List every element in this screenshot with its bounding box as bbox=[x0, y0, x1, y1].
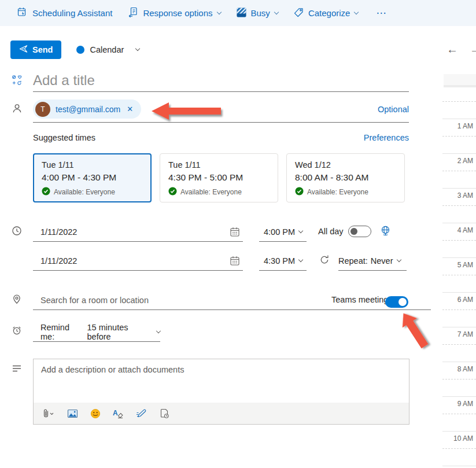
date-picker-icon[interactable] bbox=[230, 256, 240, 268]
description-icon bbox=[12, 363, 22, 376]
event-charm-picker-icon[interactable] bbox=[12, 75, 22, 87]
scheduling-assistant-label: Scheduling Assistant bbox=[32, 8, 112, 18]
attendee-avatar: T bbox=[35, 102, 50, 117]
available-check-icon bbox=[168, 187, 177, 197]
busy-status-icon bbox=[237, 8, 246, 19]
dayview-header bbox=[444, 74, 476, 85]
preferences-link[interactable]: Preferences bbox=[364, 133, 409, 142]
teams-meeting-label: Teams meeting bbox=[331, 295, 388, 304]
categorize-icon bbox=[294, 8, 304, 19]
hour-label: 6 AM bbox=[442, 293, 476, 304]
half-hour-gridline bbox=[442, 101, 476, 102]
title-input[interactable] bbox=[33, 69, 409, 91]
send-icon bbox=[19, 45, 28, 55]
chevron-down-icon bbox=[354, 9, 359, 14]
editor-toolbar: A bbox=[34, 403, 409, 424]
optional-attendees-link[interactable]: Optional bbox=[378, 105, 409, 114]
hour-label: 4 AM bbox=[442, 223, 476, 234]
scheduling-assistant-button[interactable]: Scheduling Assistant bbox=[17, 7, 112, 19]
suggested-time-card[interactable]: Tue 1/11 4:30 PM - 5:00 PM Available: Ev… bbox=[160, 153, 278, 202]
hour-row: 1 AM bbox=[442, 119, 476, 153]
attendees-field[interactable]: T test@gmmail.com ✕ Optional bbox=[33, 100, 409, 123]
title-field bbox=[33, 69, 409, 92]
repeat-value: Never bbox=[371, 256, 393, 266]
forward-arrow-button[interactable]: → bbox=[470, 43, 476, 56]
attendee-email: test@gmmail.com bbox=[56, 105, 120, 114]
card-time-range: 8:00 AM - 8:30 AM bbox=[295, 172, 396, 183]
dayview-header-edge bbox=[444, 85, 476, 87]
response-options-button[interactable]: Response options bbox=[128, 7, 220, 19]
hour-label: 3 AM bbox=[442, 189, 476, 200]
categorize-label: Categorize bbox=[308, 8, 350, 18]
hour-row: 6 AM bbox=[442, 292, 476, 327]
time-section-icon bbox=[12, 226, 22, 238]
insert-image-button[interactable] bbox=[67, 408, 78, 419]
end-date-input[interactable] bbox=[33, 252, 243, 270]
event-compose-window: Scheduling Assistant Response options bbox=[0, 0, 476, 468]
hour-row: 7 AM bbox=[442, 327, 476, 362]
start-time-dropdown[interactable]: 4:00 PM bbox=[259, 223, 307, 242]
card-time-range: 4:00 PM - 4:30 PM bbox=[42, 172, 143, 183]
description-input[interactable] bbox=[34, 359, 409, 403]
attendees-icon bbox=[12, 103, 23, 116]
svg-text:A: A bbox=[113, 409, 118, 417]
end-time-value: 4:30 PM bbox=[264, 256, 295, 266]
start-date-input[interactable] bbox=[33, 223, 243, 241]
available-check-icon bbox=[42, 187, 50, 197]
send-button[interactable]: Send bbox=[10, 40, 61, 59]
reminder-dropdown[interactable]: Remind me: 15 minutes before bbox=[33, 323, 160, 342]
recurrence-icon[interactable] bbox=[319, 255, 330, 267]
suggested-time-card[interactable]: Wed 1/12 8:00 AM - 8:30 AM Available: Ev… bbox=[286, 153, 405, 202]
hour-label: 5 AM bbox=[442, 258, 476, 269]
suggested-time-cards: Tue 1/11 4:00 PM - 4:30 PM Available: Ev… bbox=[33, 153, 409, 202]
hour-label: 9 AM bbox=[442, 397, 476, 408]
show-as-busy-button[interactable]: Busy bbox=[237, 8, 278, 19]
date-picker-icon[interactable] bbox=[230, 227, 240, 239]
repeat-dropdown[interactable]: Repeat: Never bbox=[338, 252, 407, 271]
hour-label: 10 AM bbox=[442, 432, 476, 443]
reminder-icon bbox=[12, 325, 22, 338]
all-day-control: All day bbox=[318, 226, 371, 237]
insert-file-button[interactable] bbox=[159, 408, 169, 419]
all-day-toggle[interactable] bbox=[348, 226, 371, 237]
attach-file-button[interactable] bbox=[41, 408, 55, 419]
card-date: Wed 1/12 bbox=[295, 160, 396, 169]
card-availability: Available: Everyone bbox=[54, 188, 115, 196]
description-editor: A bbox=[33, 359, 409, 425]
available-check-icon bbox=[295, 187, 304, 197]
emoji-button[interactable] bbox=[90, 408, 101, 419]
timezone-globe-icon[interactable] bbox=[380, 225, 391, 238]
calendar-color-dot bbox=[76, 46, 84, 54]
suggested-time-card[interactable]: Tue 1/11 4:00 PM - 4:30 PM Available: Ev… bbox=[33, 153, 152, 202]
scheduling-assistant-icon bbox=[17, 7, 28, 19]
hour-row: 9 AM bbox=[442, 396, 476, 431]
compose-toolbar: Scheduling Assistant Response options bbox=[0, 0, 476, 26]
clear-formatting-button[interactable]: A bbox=[113, 408, 124, 419]
card-availability: Available: Everyone bbox=[307, 188, 368, 196]
remove-attendee-icon[interactable]: ✕ bbox=[126, 104, 134, 115]
more-options-button[interactable]: ⋯ bbox=[374, 7, 389, 19]
end-time-dropdown[interactable]: 4:30 PM bbox=[259, 252, 307, 271]
categorize-button[interactable]: Categorize bbox=[294, 8, 359, 19]
hour-row: 5 AM bbox=[442, 257, 476, 292]
draw-pen-button[interactable] bbox=[136, 408, 147, 419]
send-row: Send Calendar bbox=[10, 40, 139, 59]
toggle-knob bbox=[350, 228, 357, 235]
hour-row: 4 AM bbox=[442, 223, 476, 257]
hour-row: 10 AM bbox=[442, 431, 476, 466]
hour-row: 3 AM bbox=[442, 188, 476, 223]
chevron-down-icon bbox=[298, 229, 303, 233]
calendar-selector[interactable]: Calendar bbox=[76, 45, 139, 54]
toggle-knob bbox=[398, 298, 407, 306]
suggested-times-section: Suggested times Preferences Tue 1/11 4:0… bbox=[33, 133, 409, 202]
teams-meeting-toggle[interactable] bbox=[385, 296, 408, 308]
card-time-range: 4:30 PM - 5:00 PM bbox=[168, 172, 270, 183]
reminder-value: 15 minutes before bbox=[87, 323, 152, 341]
back-arrow-button[interactable]: ← bbox=[447, 43, 458, 56]
send-label: Send bbox=[32, 45, 53, 54]
repeat-label: Repeat: bbox=[338, 256, 368, 266]
calendar-selector-label: Calendar bbox=[90, 45, 124, 54]
all-day-label: All day bbox=[318, 227, 344, 236]
hour-label: 8 AM bbox=[442, 362, 476, 373]
attendee-chip[interactable]: T test@gmmail.com ✕ bbox=[33, 100, 141, 119]
